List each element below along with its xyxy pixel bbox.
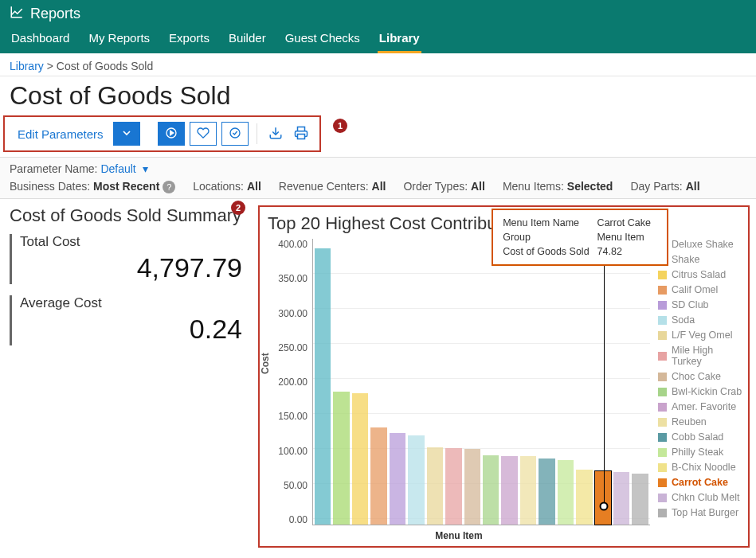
total-cost-label: Total Cost: [20, 234, 242, 250]
legend-label: Carrot Cake: [672, 477, 728, 488]
print-button[interactable]: [291, 123, 311, 146]
legend-item[interactable]: B-Chix Noodle: [658, 462, 743, 473]
bar-mile-high-turkey[interactable]: [445, 448, 461, 525]
legend-item[interactable]: Amer. Favorite: [658, 401, 743, 412]
legend-item[interactable]: Philly Steak: [658, 447, 743, 458]
heart-icon: [197, 127, 210, 142]
chart-legend: Deluxe ShakeShakeCitrus SaladCalif OmelS…: [650, 239, 743, 541]
tab-builder[interactable]: Builder: [227, 26, 268, 53]
filter-business-dates-: Business Dates: Most Recent ?: [10, 180, 175, 193]
legend-swatch: [658, 316, 667, 325]
legend-item[interactable]: Top Hat Burger: [658, 507, 743, 518]
bar-sd-club[interactable]: [390, 433, 405, 525]
callout-1: 1: [333, 119, 347, 133]
legend-item[interactable]: Choc Cake: [658, 371, 743, 382]
legend-label: Top Hat Burger: [672, 507, 738, 518]
bar-l-f-veg-omel[interactable]: [427, 447, 443, 525]
legend-item[interactable]: Carrot Cake: [658, 477, 743, 488]
filter-menu-items-: Menu Items: Selected: [503, 180, 613, 193]
legend-label: Citrus Salad: [672, 269, 726, 280]
legend-swatch: [658, 403, 667, 412]
bar-b-chix-noodle[interactable]: [576, 470, 592, 525]
summary-heading: Cost of Goods Sold Summary: [10, 205, 249, 226]
legend-swatch: [658, 509, 667, 517]
page-title: Cost of Goods Sold: [0, 76, 756, 115]
help-icon[interactable]: ?: [163, 181, 175, 193]
legend-label: Soda: [672, 314, 695, 326]
legend-item[interactable]: Bwl-Kickin Crab: [658, 386, 743, 397]
tab-library[interactable]: Library: [378, 26, 421, 53]
svg-point-2: [230, 128, 240, 138]
bar-deluxe-shake[interactable]: [315, 248, 331, 525]
legend-swatch: [658, 301, 667, 310]
download-button[interactable]: [265, 123, 286, 146]
callout-2: 2: [231, 201, 245, 215]
bar-citrus-salad[interactable]: [352, 393, 368, 525]
legend-item[interactable]: Reuben: [658, 416, 743, 427]
approve-button[interactable]: [221, 122, 249, 146]
bar-top-hat-burger[interactable]: [632, 474, 648, 525]
y-axis-label: Cost: [260, 353, 271, 374]
breadcrumb-current: Cost of Goods Sold: [57, 60, 153, 72]
legend-swatch: [658, 463, 667, 472]
bar-bwl-kickin-crab[interactable]: [483, 455, 499, 525]
tab-dashboard[interactable]: Dashboard: [10, 26, 71, 53]
bar-reuben[interactable]: [520, 456, 536, 525]
bar-cobb-salad[interactable]: [539, 458, 554, 525]
breadcrumb-root[interactable]: Library: [10, 60, 44, 72]
legend-item[interactable]: L/F Veg Omel: [658, 330, 743, 341]
bar-choc-cake[interactable]: [464, 449, 480, 525]
legend-item[interactable]: Citrus Salad: [658, 269, 743, 280]
filter-order-types-: Order Types: All: [403, 180, 484, 193]
bar-soda[interactable]: [408, 435, 424, 525]
bar-carrot-cake[interactable]: [595, 471, 611, 525]
legend-label: Amer. Favorite: [672, 401, 736, 412]
legend-label: Reuben: [672, 416, 707, 427]
legend-label: L/F Veg Omel: [672, 330, 732, 341]
total-cost-value: 4,797.79: [20, 252, 242, 284]
download-icon: [268, 130, 283, 142]
filter-revenue-centers-: Revenue Centers: All: [279, 180, 386, 193]
legend-label: Deluxe Shake: [672, 239, 734, 250]
avg-cost-label: Average Cost: [20, 295, 242, 311]
bar-shake[interactable]: [333, 392, 349, 525]
legend-item[interactable]: Chkn Club Melt: [658, 492, 743, 503]
legend-item[interactable]: Mile High Turkey: [658, 345, 743, 367]
tab-exports[interactable]: Exports: [167, 26, 211, 53]
chevron-down-icon: [120, 127, 133, 142]
legend-label: Cobb Salad: [672, 431, 723, 443]
bar-chkn-club-melt[interactable]: [613, 472, 629, 525]
legend-label: Shake: [672, 254, 699, 265]
crosshair-line: [604, 240, 605, 506]
favorite-button[interactable]: [190, 122, 217, 146]
toolbar: Edit Parameters: [3, 115, 321, 152]
run-button[interactable]: [158, 122, 185, 146]
bar-calif-omel[interactable]: [370, 427, 386, 525]
legend-label: Chkn Club Melt: [672, 492, 739, 503]
breadcrumb: Library > Cost of Goods Sold: [0, 53, 756, 76]
bar-philly-steak[interactable]: [558, 460, 574, 525]
app-header: Reports: [10, 5, 746, 26]
app-title: Reports: [30, 6, 80, 22]
legend-label: Philly Steak: [672, 447, 723, 458]
bar-amer-favorite[interactable]: [501, 456, 517, 525]
legend-swatch: [658, 388, 667, 396]
legend-item[interactable]: Soda: [658, 314, 743, 326]
legend-item[interactable]: Calif Omel: [658, 284, 743, 295]
chart-tooltip: Menu Item NameCarrot Cake GroupMenu Item…: [492, 209, 668, 266]
legend-swatch: [658, 478, 667, 487]
legend-item[interactable]: Deluxe Shake: [658, 239, 743, 250]
legend-item[interactable]: Cobb Salad: [658, 431, 743, 443]
param-name-value[interactable]: Default ▾: [100, 162, 147, 175]
tab-my-reports[interactable]: My Reports: [87, 26, 151, 53]
tab-guest-checks[interactable]: Guest Checks: [284, 26, 362, 53]
legend-item[interactable]: Shake: [658, 254, 743, 265]
svg-rect-4: [297, 134, 304, 139]
bar-chart[interactable]: [312, 239, 650, 525]
edit-parameters-button[interactable]: Edit Parameters: [13, 124, 108, 144]
x-axis-label: Menu Item: [268, 530, 650, 541]
svg-marker-1: [170, 131, 173, 135]
legend-label: B-Chix Noodle: [672, 462, 736, 473]
collapse-button[interactable]: [113, 122, 140, 146]
legend-item[interactable]: SD Club: [658, 299, 743, 310]
